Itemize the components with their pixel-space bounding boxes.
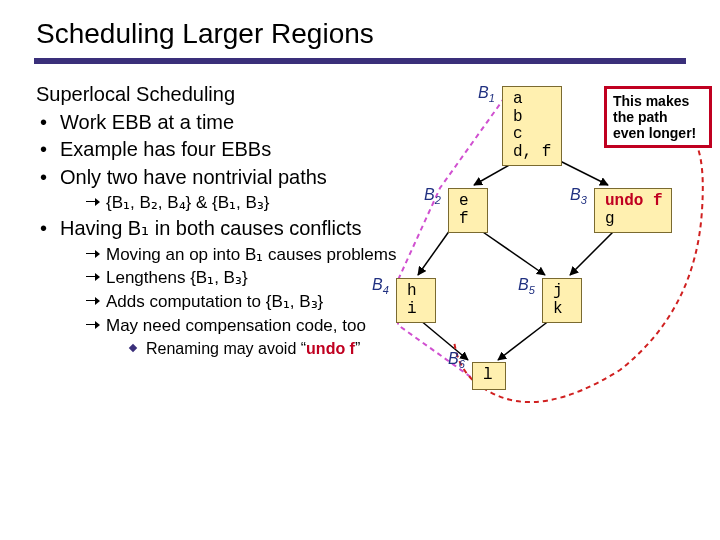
slide-title: Scheduling Larger Regions — [36, 18, 374, 50]
content-column: Superlocal Scheduling Work EBB at a time… — [36, 82, 416, 361]
callout-box: This makes the path even longer! — [604, 86, 712, 148]
bullet-3: Only two have nontrivial paths {B₁, B₂, … — [36, 165, 416, 214]
block-b4: h i — [396, 278, 436, 323]
block-b3: undo f g — [594, 188, 672, 233]
slide-root: Scheduling Larger Regions Superlocal Sch… — [0, 0, 720, 540]
bullet-4-sub-c: Adds computation to {B₁, B₃} — [86, 291, 416, 313]
bullet-4-sub-d-text: May need compensation code, too — [106, 316, 366, 335]
label-b6: B6 — [448, 350, 465, 370]
block-b5: j k — [542, 278, 582, 323]
bullet-3-sublist: {B₁, B₂, B₄} & {B₁, B₃} — [86, 192, 416, 214]
bullet-4-sub-d1: Renaming may avoid “undo f” — [128, 339, 416, 359]
label-b1: B1 — [478, 84, 495, 104]
bullet-4-sub-d-list: Renaming may avoid “undo f” — [128, 339, 416, 359]
bullet-4-sub-b: Lengthens {B₁, B₃} — [86, 267, 416, 289]
label-b3: B3 — [570, 186, 587, 206]
block-b3-g: g — [605, 210, 615, 228]
svg-line-2 — [418, 230, 450, 275]
d1-undo: undo f — [306, 340, 355, 357]
label-b2: B2 — [424, 186, 441, 206]
bullet-list: Work EBB at a time Example has four EBBs… — [36, 110, 416, 360]
svg-line-1 — [558, 160, 608, 185]
title-underline — [34, 58, 686, 64]
bullet-4-sub-d: May need compensation code, too Renaming… — [86, 315, 416, 359]
bullet-2: Example has four EBBs — [36, 137, 416, 163]
bullet-4: Having B₁ in both causes conflicts Movin… — [36, 216, 416, 359]
bullet-1: Work EBB at a time — [36, 110, 416, 136]
bullet-4-sublist: Moving an op into B₁ causes problems Len… — [86, 244, 416, 359]
d1-pre: Renaming may avoid “ — [146, 340, 306, 357]
block-b3-undo: undo f — [605, 192, 663, 210]
svg-line-4 — [570, 230, 615, 275]
bullet-3-sub-1: {B₁, B₂, B₄} & {B₁, B₃} — [86, 192, 416, 214]
bullet-3-text: Only two have nontrivial paths — [60, 166, 327, 188]
block-b1: a b c d, f — [502, 86, 562, 166]
label-b5: B5 — [518, 276, 535, 296]
cfg-diagram: a b c d, f B1 e f B2 undo f g B3 h i B4 … — [390, 80, 710, 500]
label-b4: B4 — [372, 276, 389, 296]
bullet-4-sub-a: Moving an op into B₁ causes problems — [86, 244, 416, 266]
svg-line-6 — [498, 320, 550, 360]
block-b6: l — [472, 362, 506, 390]
block-b2: e f — [448, 188, 488, 233]
subheading: Superlocal Scheduling — [36, 82, 416, 108]
d1-post: ” — [355, 340, 360, 357]
svg-line-3 — [480, 230, 545, 275]
bullet-4-text: Having B₁ in both causes conflicts — [60, 217, 362, 239]
